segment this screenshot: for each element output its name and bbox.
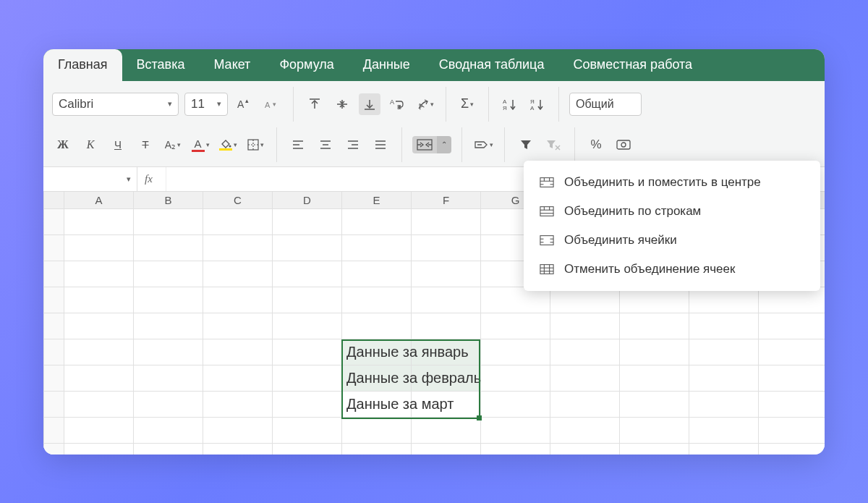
svg-rect-55 [540, 235, 553, 245]
svg-point-20 [229, 145, 231, 148]
tab-collab[interactable]: Совместная работа [558, 49, 707, 81]
unmerge-item[interactable]: Отменить объединение ячеек [524, 255, 820, 284]
svg-text:Я: Я [503, 105, 507, 111]
svg-text:A: A [237, 98, 244, 110]
align-bottom-icon[interactable] [359, 93, 380, 115]
merge-cells-item[interactable]: Объединить ячейки [524, 226, 820, 255]
svg-point-43 [621, 143, 626, 147]
col-header[interactable]: F [412, 192, 481, 209]
ribbon: Calibri ▾ 11 ▾ A▴ A▾ [43, 81, 825, 167]
separator [401, 127, 402, 162]
col-header[interactable]: A [64, 192, 134, 209]
cell-E7[interactable]: Данные за февраль [342, 365, 412, 392]
svg-rect-60 [540, 264, 553, 274]
separator [558, 87, 559, 122]
merge-dropdown-toggle[interactable]: ⌃ [437, 136, 451, 153]
strikethrough-button[interactable]: Т [135, 134, 156, 156]
spreadsheet-window: Главная Вставка Макет Формула Данные Сво… [43, 49, 825, 455]
chevron-down-icon: ▾ [260, 141, 264, 148]
orientation-icon[interactable]: A ▾ [414, 93, 435, 115]
separator [293, 87, 294, 122]
named-ranges-icon[interactable]: ▾ [472, 134, 494, 156]
tab-data[interactable]: Данные [349, 49, 425, 81]
separator [488, 87, 489, 122]
merge-center-item[interactable]: Объединить и поместить в центре [524, 168, 820, 197]
align-center-icon[interactable] [315, 134, 336, 156]
svg-text:▴: ▴ [245, 98, 249, 104]
italic-button[interactable]: К [80, 134, 101, 156]
decrease-font-icon[interactable]: A▾ [261, 93, 283, 115]
number-format-value: Общий [576, 98, 614, 111]
menu-item-label: Объединить по строкам [564, 204, 701, 219]
merge-across-item[interactable]: Объединить по строкам [524, 197, 820, 226]
clear-filter-icon[interactable] [542, 134, 564, 156]
cell-E8[interactable]: Данные за март [342, 392, 412, 418]
font-size-select[interactable]: 11 ▾ [184, 93, 228, 116]
number-format-select[interactable]: Общий [569, 93, 642, 116]
fx-label: fx [137, 167, 166, 191]
subscript-label: A₂ [165, 139, 176, 151]
fill-color-button[interactable]: ▾ [217, 134, 239, 156]
tab-insert[interactable]: Вставка [122, 49, 200, 81]
underline-button[interactable]: Ч [107, 134, 129, 156]
tab-home[interactable]: Главная [43, 49, 122, 81]
sort-asc-icon[interactable]: АЯ [499, 93, 521, 115]
align-right-icon[interactable] [342, 134, 364, 156]
name-box[interactable]: ▾ [43, 167, 137, 191]
separator [276, 127, 277, 162]
svg-rect-42 [617, 140, 630, 149]
col-header[interactable]: C [203, 192, 273, 209]
svg-text:А: А [503, 98, 507, 105]
svg-rect-21 [248, 140, 258, 150]
separator [504, 127, 505, 162]
svg-text:Я: Я [530, 98, 535, 105]
col-header[interactable]: B [134, 192, 203, 209]
table-row: Данные за март [44, 392, 825, 418]
merge-cells-button[interactable]: ⌃ [412, 136, 451, 153]
filter-icon[interactable] [515, 134, 537, 156]
chevron-down-icon: ▾ [470, 101, 474, 108]
align-justify-icon[interactable] [370, 134, 391, 156]
select-all-corner[interactable] [44, 192, 64, 209]
tab-layout[interactable]: Макет [199, 49, 265, 81]
merge-cells-icon [540, 234, 554, 246]
autosum-icon[interactable]: Σ ▾ [456, 93, 478, 115]
merge-center-icon [540, 177, 554, 188]
tab-pivot[interactable]: Сводная таблица [425, 49, 559, 81]
align-left-icon[interactable] [287, 134, 309, 156]
svg-text:A: A [390, 98, 394, 106]
separator [461, 127, 462, 162]
font-color-button[interactable]: A ▾ [190, 134, 211, 156]
font-family-value: Calibri [59, 97, 93, 111]
align-middle-icon[interactable] [331, 93, 353, 115]
chevron-down-icon: ▾ [234, 141, 237, 148]
cell-E6[interactable]: Данные за январь [342, 339, 412, 365]
ribbon-tabs: Главная Вставка Макет Формула Данные Сво… [43, 49, 825, 81]
chevron-down-icon: ▾ [430, 101, 434, 108]
chevron-down-icon: ▾ [127, 174, 131, 184]
borders-button[interactable]: ▾ [244, 134, 266, 156]
font-family-select[interactable]: Calibri ▾ [52, 93, 179, 116]
increase-font-icon[interactable]: A▴ [234, 93, 255, 115]
subscript-button[interactable]: A₂ ▾ [162, 134, 184, 156]
bold-button[interactable]: Ж [52, 134, 74, 156]
table-row: Данные за январь [44, 339, 825, 365]
tab-formula[interactable]: Формула [265, 49, 348, 81]
chevron-down-icon: ▾ [206, 141, 210, 148]
menu-item-label: Объединить ячейки [564, 233, 677, 248]
chevron-down-icon: ▾ [177, 141, 181, 148]
col-header[interactable]: E [342, 192, 412, 209]
svg-text:A: A [265, 101, 271, 109]
menu-item-label: Объединить и поместить в центре [564, 175, 761, 190]
table-row: Данные за февраль [44, 365, 825, 392]
currency-format-button[interactable] [613, 134, 634, 156]
merge-dropdown-menu: Объединить и поместить в центре Объедини… [524, 161, 820, 291]
col-header[interactable]: D [273, 192, 342, 209]
wrap-text-icon[interactable]: AB [386, 93, 408, 115]
align-top-icon[interactable] [304, 93, 326, 115]
svg-rect-50 [540, 206, 553, 216]
chevron-down-icon: ▾ [217, 99, 221, 109]
svg-rect-44 [540, 177, 553, 187]
sort-desc-icon[interactable]: ЯА [527, 93, 548, 115]
percent-format-button[interactable]: % [585, 134, 607, 156]
